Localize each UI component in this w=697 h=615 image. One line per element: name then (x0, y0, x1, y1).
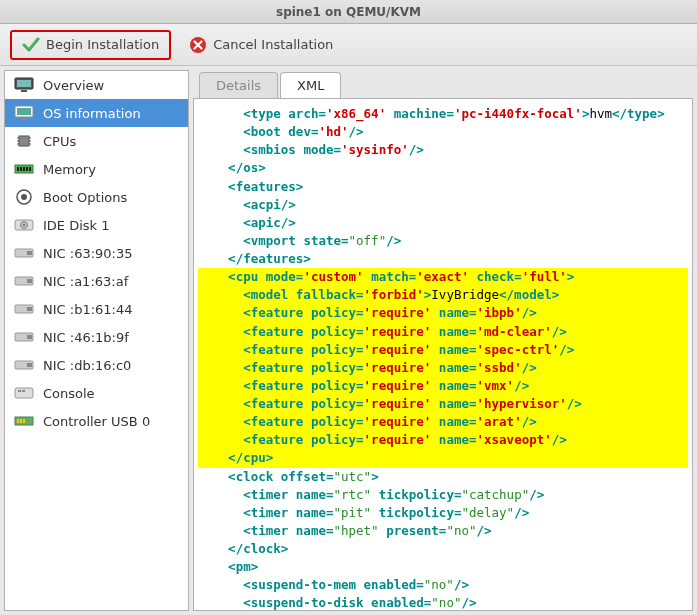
sidebar-item-label: Console (43, 386, 95, 401)
xml-line[interactable]: <vmport state="off"/> (198, 232, 688, 250)
svg-rect-40 (20, 419, 22, 423)
xml-line[interactable]: </cpu> (198, 449, 688, 467)
xml-line[interactable]: <boot dev='hd'/> (198, 123, 688, 141)
xml-line[interactable]: <feature policy='require' name='spec-ctr… (198, 341, 688, 359)
sidebar-item-boot-options[interactable]: Boot Options (5, 183, 188, 211)
xml-line[interactable]: <model fallback='forbid'>IvyBridge</mode… (198, 286, 688, 304)
xml-line[interactable]: <acpi/> (198, 196, 688, 214)
sidebar-item-label: NIC :63:90:35 (43, 246, 133, 261)
nic-icon (13, 272, 35, 290)
svg-rect-15 (17, 167, 19, 171)
window-title: spine1 on QEMU/KVM (276, 5, 421, 19)
sidebar-item-label: Memory (43, 162, 96, 177)
xml-line[interactable]: <suspend-to-mem enabled="no"/> (198, 576, 688, 594)
svg-rect-28 (27, 279, 32, 283)
sidebar-item-nic-b1-61-44[interactable]: NIC :b1:61:44 (5, 295, 188, 323)
xml-line[interactable]: <pm> (198, 558, 688, 576)
svg-rect-5 (17, 108, 31, 115)
xml-line[interactable]: <timer name="pit" tickpolicy="delay"/> (198, 504, 688, 522)
xml-line[interactable]: <features> (198, 178, 688, 196)
svg-rect-3 (21, 90, 27, 92)
vmm-window: spine1 on QEMU/KVM Begin Installation Ca… (0, 0, 697, 615)
xml-line[interactable]: <smbios mode='sysinfo'/> (198, 141, 688, 159)
close-icon (189, 36, 207, 54)
sidebar-item-label: Controller USB 0 (43, 414, 150, 429)
svg-rect-26 (27, 251, 32, 255)
toolbar: Begin Installation Cancel Installation (0, 24, 697, 66)
xml-line[interactable]: <timer name="rtc" tickpolicy="catchup"/> (198, 486, 688, 504)
cancel-installation-button[interactable]: Cancel Installation (179, 32, 343, 58)
sidebar-item-console[interactable]: Console (5, 379, 188, 407)
svg-rect-16 (20, 167, 22, 171)
svg-rect-7 (19, 136, 29, 146)
xml-line[interactable]: </clock> (198, 540, 688, 558)
xml-line[interactable]: <feature policy='require' name='vmx'/> (198, 377, 688, 395)
check-icon (22, 36, 40, 54)
sidebar-item-ide-disk-1[interactable]: IDE Disk 1 (5, 211, 188, 239)
xml-line[interactable]: <feature policy='require' name='hypervis… (198, 395, 688, 413)
sidebar-item-label: Boot Options (43, 190, 127, 205)
xml-line[interactable]: <feature policy='require' name='ibpb'/> (198, 304, 688, 322)
cancel-installation-label: Cancel Installation (213, 37, 333, 52)
xml-line[interactable]: <clock offset="utc"> (198, 468, 688, 486)
memory-icon (13, 160, 35, 178)
sidebar-item-label: IDE Disk 1 (43, 218, 110, 233)
xml-line[interactable]: <feature policy='require' name='xsaveopt… (198, 431, 688, 449)
xml-line[interactable]: <feature policy='require' name='md-clear… (198, 323, 688, 341)
os-icon (13, 104, 35, 122)
tab-xml-label: XML (297, 78, 324, 93)
sidebar-item-overview[interactable]: Overview (5, 71, 188, 99)
nic-icon (13, 300, 35, 318)
sidebar-item-os-information[interactable]: OS information (5, 99, 188, 127)
svg-rect-17 (23, 167, 25, 171)
xml-editor[interactable]: <type arch='x86_64' machine='pc-i440fx-f… (193, 98, 693, 611)
xml-line[interactable]: <cpu mode='custom' match='exact' check='… (198, 268, 688, 286)
nic-icon (13, 244, 35, 262)
svg-rect-37 (22, 390, 25, 392)
main-pane: Details XML <type arch='x86_64' machine=… (193, 70, 693, 611)
sidebar-item-label: NIC :46:1b:9f (43, 330, 129, 345)
sidebar-item-label: NIC :a1:63:af (43, 274, 128, 289)
sidebar-item-label: NIC :db:16:c0 (43, 358, 131, 373)
sidebar-item-label: NIC :b1:61:44 (43, 302, 133, 317)
sidebar-item-memory[interactable]: Memory (5, 155, 188, 183)
sidebar-item-label: Overview (43, 78, 104, 93)
sidebar-item-nic-a1-63-af[interactable]: NIC :a1:63:af (5, 267, 188, 295)
tab-bar: Details XML (193, 70, 693, 98)
svg-rect-2 (17, 80, 31, 87)
xml-line[interactable]: </features> (198, 250, 688, 268)
tab-xml[interactable]: XML (280, 72, 341, 98)
nic-icon (13, 328, 35, 346)
svg-rect-32 (27, 335, 32, 339)
xml-line[interactable]: <timer name="hpet" present="no"/> (198, 522, 688, 540)
monitor-icon (13, 76, 35, 94)
xml-line[interactable]: <suspend-to-disk enabled="no"/> (198, 594, 688, 611)
cpu-icon (13, 132, 35, 150)
xml-line[interactable]: <feature policy='require' name='ssbd'/> (198, 359, 688, 377)
xml-line[interactable]: <apic/> (198, 214, 688, 232)
sidebar-item-cpus[interactable]: CPUs (5, 127, 188, 155)
nic-icon (13, 356, 35, 374)
content-area: OverviewOS informationCPUsMemoryBoot Opt… (0, 66, 697, 615)
sidebar-item-label: OS information (43, 106, 141, 121)
begin-installation-button[interactable]: Begin Installation (10, 30, 171, 60)
sidebar[interactable]: OverviewOS informationCPUsMemoryBoot Opt… (4, 70, 189, 611)
disk-icon (13, 216, 35, 234)
console-icon (13, 384, 35, 402)
sidebar-item-nic-46-1b-9f[interactable]: NIC :46:1b:9f (5, 323, 188, 351)
tab-details[interactable]: Details (199, 72, 278, 98)
titlebar: spine1 on QEMU/KVM (0, 0, 697, 24)
svg-point-24 (23, 224, 25, 226)
svg-rect-34 (27, 363, 32, 367)
svg-point-21 (21, 194, 27, 200)
svg-rect-39 (17, 419, 19, 423)
sidebar-item-controller-usb-0[interactable]: Controller USB 0 (5, 407, 188, 435)
sidebar-item-nic-db-16-c0[interactable]: NIC :db:16:c0 (5, 351, 188, 379)
sidebar-item-nic-63-90-35[interactable]: NIC :63:90:35 (5, 239, 188, 267)
xml-line[interactable]: <type arch='x86_64' machine='pc-i440fx-f… (198, 105, 688, 123)
svg-rect-18 (26, 167, 28, 171)
xml-line[interactable]: </os> (198, 159, 688, 177)
xml-line[interactable]: <feature policy='require' name='arat'/> (198, 413, 688, 431)
controller-icon (13, 412, 35, 430)
boot-icon (13, 188, 35, 206)
